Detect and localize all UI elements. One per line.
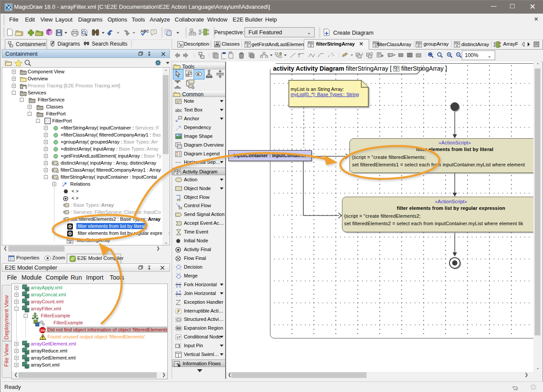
svg-text:abc: abc [175,108,182,113]
svg-text:if: if [176,335,181,339]
svg-text:STOP: STOP [40,329,46,332]
svg-text:☄: ☄ [51,41,54,45]
